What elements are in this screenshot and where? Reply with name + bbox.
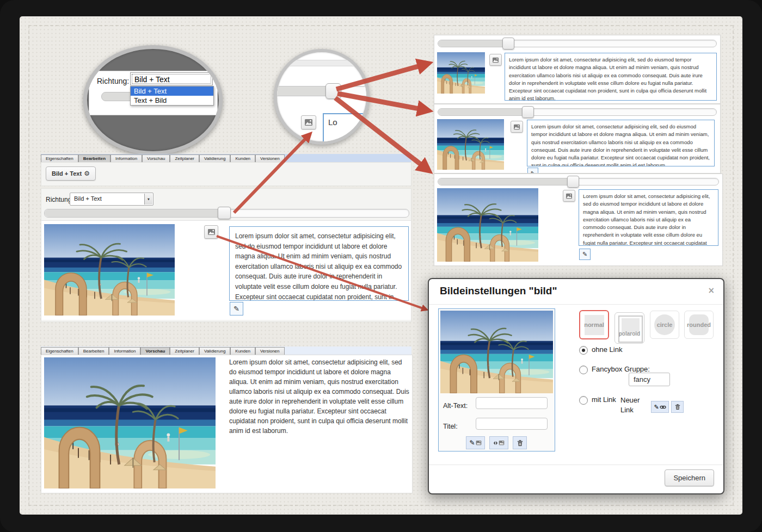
- slider-fill: [274, 86, 333, 96]
- format-polaroid-label: polaroid: [615, 331, 644, 337]
- tab-information[interactable]: Information: [110, 154, 142, 162]
- format-circle-button[interactable]: circle: [650, 311, 679, 339]
- edit-pencil-button[interactable]: ✎: [230, 302, 243, 316]
- dropdown-option-bild-text[interactable]: Bild + Text: [131, 86, 213, 96]
- pencil-icon: ✎: [233, 305, 239, 313]
- tab-validierung[interactable]: Validierung: [199, 347, 230, 355]
- richtung-select[interactable]: Bild + Text: [130, 72, 213, 85]
- magnified-slider[interactable]: [274, 86, 370, 96]
- pencil-icon: ✎: [654, 404, 659, 411]
- image-icon: [513, 124, 520, 130]
- richtung-label: Richtung:: [97, 77, 129, 85]
- edit-pencil-button[interactable]: ✎: [579, 249, 591, 260]
- image-icon-button[interactable]: [511, 121, 523, 133]
- slider-handle[interactable]: [567, 176, 579, 188]
- slider-handle[interactable]: [522, 106, 534, 118]
- editor-size-slider[interactable]: [44, 209, 409, 218]
- ohne-link-label: ohne Link: [592, 345, 622, 354]
- slider-handle[interactable]: [325, 83, 341, 99]
- variant-c-slider[interactable]: [438, 178, 719, 185]
- pencil-icon: ✎: [469, 439, 475, 447]
- tab-bearbeiten[interactable]: Bearbeiten: [78, 347, 109, 355]
- radio-ohne-link[interactable]: [579, 346, 588, 355]
- text-editor-box[interactable]: Lorem ipsum dolor sit amet, consectetur …: [505, 53, 717, 101]
- element-type-button[interactable]: Bild + Text ⚙: [46, 166, 96, 181]
- titel-label: Titel:: [443, 423, 458, 430]
- modal-divider: [429, 304, 723, 305]
- richtung-select[interactable]: Bild + Text ▼: [70, 193, 153, 206]
- preview-text: Lorem ipsum dolor sit amet, consectetur …: [229, 357, 410, 436]
- beach-photo: [440, 311, 553, 393]
- replace-image-button[interactable]: [489, 436, 508, 449]
- slider-fill: [438, 178, 573, 185]
- radio-mit-link[interactable]: [579, 396, 588, 405]
- text-editor-box[interactable]: Lorem ipsum dolor sit amet, consectetur …: [579, 189, 718, 246]
- link-icon: [660, 405, 666, 409]
- image-icon-button[interactable]: [301, 115, 316, 129]
- dropdown-option-text-bild[interactable]: Text + Bild: [131, 96, 213, 105]
- tab-vorschau[interactable]: Vorschau: [140, 347, 170, 355]
- image-icon-button[interactable]: [204, 225, 218, 239]
- alt-text-field[interactable]: [476, 397, 548, 409]
- close-icon[interactable]: ×: [708, 286, 715, 295]
- editor-tabbar: Eigenschaften Bearbeiten Information Vor…: [41, 154, 411, 162]
- fancybox-group-field[interactable]: [629, 373, 670, 386]
- format-circle-label: circle: [650, 321, 679, 328]
- beach-photo: [44, 357, 216, 488]
- image-icon: [492, 57, 499, 63]
- image-icon: [207, 228, 216, 236]
- tab-eigenschaften[interactable]: Eigenschaften: [41, 154, 78, 162]
- format-polaroid-button[interactable]: polaroid: [614, 312, 644, 344]
- beach-photo: [437, 119, 504, 170]
- text-editor-box[interactable]: Lorem ipsum dolor sit amet, consectetur …: [229, 226, 409, 301]
- magnifier-slider: Lo: [274, 49, 370, 145]
- image-icon: [566, 193, 573, 199]
- alt-text-label: Alt-Text:: [443, 402, 468, 410]
- variant-b-slider[interactable]: [438, 108, 717, 116]
- tab-validierung[interactable]: Validierung: [199, 154, 230, 162]
- pencil-icon: ✎: [582, 251, 587, 258]
- titel-field[interactable]: [476, 418, 548, 430]
- magnified-slider-fragment: [101, 92, 134, 101]
- tab-versionen[interactable]: Versionen: [255, 347, 285, 355]
- tab-information[interactable]: Information: [109, 347, 140, 355]
- variant-card-large-image: Lorem ipsum dolor sit amet, consectetur …: [434, 174, 723, 266]
- slider-fill: [438, 109, 527, 115]
- chevron-down-icon[interactable]: ▼: [144, 194, 152, 205]
- text-editor-box[interactable]: Lorem ipsum dolor sit amet, consectetur …: [527, 120, 715, 166]
- beach-photo: [44, 224, 175, 316]
- edit-image-button[interactable]: ✎: [466, 436, 485, 449]
- edit-pencil-button[interactable]: ✎: [527, 168, 538, 174]
- format-rounded-button[interactable]: rounded: [684, 311, 714, 339]
- save-button[interactable]: Speichern: [665, 469, 714, 486]
- tab-kunden[interactable]: Kunden: [230, 154, 255, 162]
- variant-a-slider[interactable]: [438, 40, 717, 47]
- format-normal-button[interactable]: normal: [579, 310, 609, 339]
- variant-card-small-image: Lorem ipsum dolor sit amet, consectetur …: [434, 35, 721, 104]
- format-polaroid-frame: [618, 316, 643, 343]
- edit-link-button[interactable]: ✎: [651, 401, 669, 413]
- tab-kunden[interactable]: Kunden: [230, 347, 255, 355]
- slider-handle[interactable]: [502, 38, 514, 50]
- tab-bearbeiten[interactable]: Bearbeiten: [78, 154, 110, 162]
- radio-fancybox[interactable]: [579, 366, 588, 374]
- slider-fill: [438, 40, 508, 47]
- tab-versionen[interactable]: Versionen: [255, 154, 285, 162]
- swap-arrows-icon: [493, 441, 498, 446]
- image-icon-button[interactable]: [489, 54, 502, 66]
- tab-zeitplaner[interactable]: Zeitplaner: [170, 347, 199, 355]
- slider-fill: [45, 209, 223, 217]
- delete-link-button[interactable]: [671, 401, 684, 413]
- slider-handle[interactable]: [218, 207, 231, 219]
- magnifier-dropdown: Richtung: Bild + Text Bild + Text Text +…: [83, 45, 223, 155]
- image-icon: [304, 119, 313, 126]
- tab-zeitplaner[interactable]: Zeitplaner: [170, 154, 199, 162]
- delete-image-button[interactable]: [513, 436, 527, 449]
- image-icon-button[interactable]: [563, 190, 575, 202]
- image-settings-modal: Bildeinstellungen "bild" × Alt-Text: Tit…: [428, 278, 724, 494]
- tab-eigenschaften[interactable]: Eigenschaften: [41, 347, 78, 355]
- format-rounded-label: rounded: [685, 321, 713, 328]
- tab-vorschau[interactable]: Vorschau: [142, 154, 170, 162]
- variant-card-medium-image: Lorem ipsum dolor sit amet, consectetur …: [434, 104, 721, 174]
- editor-edit-panel: Richtung: Bild + Text ▼ Lorem ipsum dolo…: [41, 188, 411, 322]
